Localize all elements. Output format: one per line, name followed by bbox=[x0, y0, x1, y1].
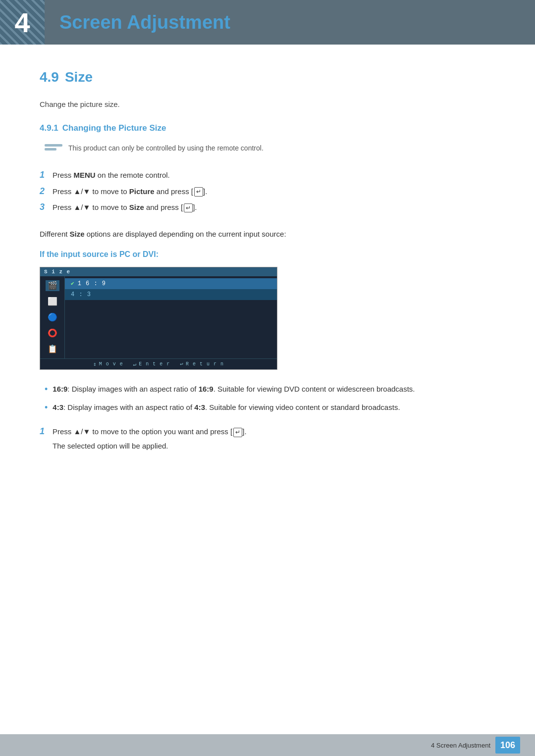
bullet-item-43: • 4:3: Display images with an aspect rat… bbox=[45, 402, 495, 413]
section-description: Change the picture size. bbox=[40, 100, 495, 108]
osd-screenshot: S i z e 🎬 ⬜ 🔵 ⭕ 📋 ✔ 1 6 : 9 4 : 3 bbox=[40, 267, 277, 370]
final-step-number: 1 bbox=[40, 426, 48, 437]
osd-footer-move: ⇕ M o v e bbox=[93, 361, 123, 367]
step-number-1: 1 bbox=[40, 170, 48, 180]
final-step-text-block: Press ▲/▼ to move to the option you want… bbox=[53, 426, 247, 452]
step-text-2: Press ▲/▼ to move to Picture and press [… bbox=[53, 186, 207, 198]
osd-footer-enter-label: E n t e r bbox=[139, 361, 170, 367]
osd-footer-move-label: M o v e bbox=[99, 361, 123, 367]
osd-menu-item-169: ✔ 1 6 : 9 bbox=[65, 278, 277, 289]
step-number-2: 2 bbox=[40, 186, 48, 197]
osd-item-label-43: 4 : 3 bbox=[71, 291, 91, 298]
note-icon bbox=[45, 144, 62, 159]
step-item-3: 3 Press ▲/▼ to move to Size and press [↵… bbox=[40, 202, 495, 213]
divider-text: Different Size options are displayed dep… bbox=[40, 228, 495, 240]
final-step-text: Press ▲/▼ to move to the option you want… bbox=[53, 426, 247, 438]
osd-footer-return-label: R e t u r n bbox=[186, 361, 224, 367]
chapter-title: Screen Adjustment bbox=[59, 12, 230, 33]
bullet-text-43: 4:3: Display images with an aspect ratio… bbox=[53, 402, 400, 413]
chapter-number-box: 4 bbox=[0, 0, 45, 45]
subsection-number: 4.9.1 bbox=[40, 123, 58, 133]
move-icon: ⇕ bbox=[93, 361, 97, 367]
enter-icon-footer: ↵ bbox=[133, 361, 137, 367]
osd-footer: ⇕ M o v e ↵ E n t e r ↩ R e t u r n bbox=[40, 358, 277, 369]
osd-sidebar-icon-4: ⭕ bbox=[46, 328, 59, 339]
osd-body: 🎬 ⬜ 🔵 ⭕ 📋 ✔ 1 6 : 9 4 : 3 bbox=[40, 276, 277, 358]
footer-bar: 4 Screen Adjustment 106 bbox=[0, 734, 535, 756]
step-text-1: Press MENU on the remote control. bbox=[53, 170, 170, 181]
section-title: Size bbox=[65, 69, 93, 85]
step-item-2: 2 Press ▲/▼ to move to Picture and press… bbox=[40, 186, 495, 198]
osd-sidebar-icon-1: 🎬 bbox=[46, 280, 59, 291]
step-item-1: 1 Press MENU on the remote control. bbox=[40, 170, 495, 181]
section-heading: 4.9 Size bbox=[40, 69, 495, 85]
osd-sidebar: 🎬 ⬜ 🔵 ⭕ 📋 bbox=[40, 276, 65, 358]
bullet-dot-1: • bbox=[45, 384, 48, 395]
header-banner: 4 Screen Adjustment bbox=[0, 0, 535, 45]
footer-page-number: 106 bbox=[495, 737, 520, 754]
enter-icon-2: ↵ bbox=[194, 187, 203, 197]
enter-icon-final: ↵ bbox=[233, 428, 242, 437]
bullet-text-169: 16:9: Display images with an aspect rati… bbox=[53, 384, 415, 395]
osd-footer-return: ↩ R e t u r n bbox=[180, 361, 224, 367]
note-box: This product can only be controlled by u… bbox=[40, 143, 495, 159]
note-icon-bar-2 bbox=[45, 148, 56, 151]
main-content: 4.9 Size Change the picture size. 4.9.1 … bbox=[0, 45, 535, 506]
step-number-3: 3 bbox=[40, 202, 48, 212]
osd-menu-item-43: 4 : 3 bbox=[65, 289, 277, 300]
final-step-subtext: The selected option will be applied. bbox=[53, 441, 247, 452]
enter-icon-3: ↵ bbox=[184, 203, 193, 213]
final-step-item: 1 Press ▲/▼ to move to the option you wa… bbox=[40, 426, 495, 452]
osd-sidebar-icon-3: 🔵 bbox=[46, 312, 59, 323]
return-icon: ↩ bbox=[180, 361, 184, 367]
subsection-title: Changing the Picture Size bbox=[62, 123, 166, 133]
osd-title-bar: S i z e bbox=[40, 267, 277, 276]
input-source-heading: If the input source is PC or DVI: bbox=[40, 250, 495, 259]
bullet-dot-2: • bbox=[45, 402, 48, 413]
step-text-3: Press ▲/▼ to move to Size and press [↵]. bbox=[53, 202, 197, 213]
section-number: 4.9 bbox=[40, 69, 59, 85]
bullet-list: • 16:9: Display images with an aspect ra… bbox=[40, 384, 495, 414]
osd-footer-enter: ↵ E n t e r bbox=[133, 361, 170, 367]
footer-chapter-label: 4 Screen Adjustment bbox=[431, 742, 490, 749]
bullet-item-169: • 16:9: Display images with an aspect ra… bbox=[45, 384, 495, 395]
osd-menu-content: ✔ 1 6 : 9 4 : 3 bbox=[65, 276, 277, 358]
osd-item-label-169: 1 6 : 9 bbox=[78, 280, 106, 287]
note-icon-bar-1 bbox=[45, 144, 62, 147]
steps-list: 1 Press MENU on the remote control. 2 Pr… bbox=[40, 170, 495, 213]
check-mark-icon: ✔ bbox=[71, 280, 75, 287]
subsection-heading: 4.9.1 Changing the Picture Size bbox=[40, 123, 495, 133]
osd-sidebar-icon-5: 📋 bbox=[46, 344, 59, 354]
chapter-number: 4 bbox=[14, 6, 30, 39]
osd-sidebar-icon-2: ⬜ bbox=[46, 296, 59, 307]
note-text: This product can only be controlled by u… bbox=[68, 143, 264, 153]
